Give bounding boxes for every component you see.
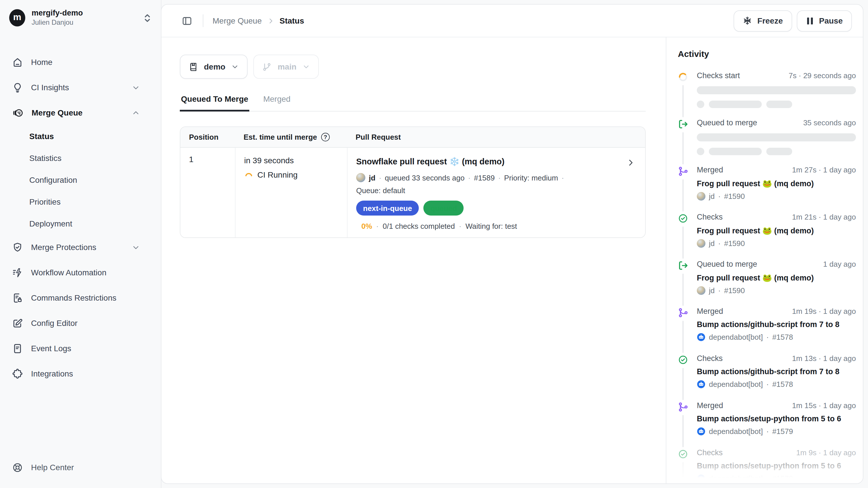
sidebar-item-label: Commands Restrictions bbox=[31, 293, 140, 302]
sidebar-item-merge-protections[interactable]: Merge Protections bbox=[0, 234, 161, 260]
column-position: Position bbox=[180, 127, 235, 147]
pr-number[interactable]: #1578 bbox=[772, 380, 793, 389]
checks-progress: 0% bbox=[361, 222, 372, 230]
zap-list-icon bbox=[12, 267, 23, 278]
org-switcher[interactable]: m mergify-demo Julien Danjou bbox=[0, 0, 161, 36]
activity-item-checks-start[interactable]: Checks start 7s · 29 seconds ago bbox=[678, 71, 856, 118]
freeze-button[interactable]: Freeze bbox=[734, 10, 792, 31]
activity-pr-title[interactable]: Bump actions/setup-python from 5 to 6 bbox=[697, 462, 856, 470]
sidebar-item-commands-restrictions[interactable]: Commands Restrictions bbox=[0, 285, 161, 310]
activity-event-type: Checks bbox=[697, 354, 723, 363]
panel-left-icon bbox=[182, 15, 192, 26]
sidebar-item-workflow-automation[interactable]: Workflow Automation bbox=[0, 260, 161, 285]
cell-eta: in 39 seconds CI Running bbox=[235, 148, 347, 237]
row-expand-chevron-icon[interactable] bbox=[625, 157, 637, 168]
sidebar-item-event-logs[interactable]: Event Logs bbox=[0, 336, 161, 361]
pr-labels: next-in-queue queued bbox=[356, 201, 637, 216]
activity-time: 1m 19s · 1 day ago bbox=[792, 307, 856, 316]
activity-pr-title[interactable]: Bump actions/setup-python from 5 to 6 bbox=[697, 414, 856, 423]
pr-number[interactable]: #1590 bbox=[724, 286, 745, 295]
lightbulb-icon bbox=[12, 82, 23, 93]
chevron-down-icon bbox=[231, 63, 239, 71]
breadcrumb: Merge Queue Status bbox=[213, 16, 304, 25]
activity-event-type: Merged bbox=[697, 166, 723, 174]
activity-pr-title[interactable]: Frog pull request 🐸 (mq demo) bbox=[697, 179, 856, 188]
sidebar-item-ci-insights[interactable]: CI Insights bbox=[0, 75, 161, 100]
pr-number[interactable]: #1589 bbox=[474, 173, 495, 182]
pr-number[interactable]: #1579 bbox=[772, 474, 793, 483]
activity-item-merged[interactable]: Merged 1m 19s · 1 day ago Bump actions/g… bbox=[678, 307, 856, 354]
help-center-link[interactable]: Help Center bbox=[0, 455, 161, 480]
queue-enter-icon bbox=[678, 119, 688, 129]
column-eta: Est. time until merge ? bbox=[235, 127, 347, 147]
spinner-arc-icon bbox=[244, 170, 253, 179]
sidebar-item-integrations[interactable]: Integrations bbox=[0, 361, 161, 386]
sidebar-item-home[interactable]: Home bbox=[0, 50, 161, 75]
tab-merged[interactable]: Merged bbox=[262, 94, 291, 112]
pr-author: dependabot[bot] bbox=[709, 380, 763, 389]
activity-item-checks[interactable]: Checks 1m 13s · 1 day ago Bump actions/g… bbox=[678, 354, 856, 401]
pr-author[interactable]: jd bbox=[369, 173, 375, 182]
edit-square-icon bbox=[12, 318, 23, 328]
pr-number[interactable]: #1578 bbox=[772, 333, 793, 341]
skeleton-avatar bbox=[697, 148, 704, 155]
sidebar-subitem-deployment[interactable]: Deployment bbox=[0, 213, 161, 234]
chevrons-up-down-icon bbox=[143, 13, 152, 23]
sidebar-item-label: Integrations bbox=[31, 369, 140, 378]
sidebar-subitem-configuration[interactable]: Configuration bbox=[0, 169, 161, 191]
activity-item-checks[interactable]: Checks 1m 9s · 1 day ago Bump actions/se… bbox=[678, 448, 856, 484]
activity-pr-title[interactable]: Bump actions/github-script from 7 to 8 bbox=[697, 320, 856, 329]
sidebar-subitem-priorities[interactable]: Priorities bbox=[0, 191, 161, 213]
chevron-down-icon bbox=[131, 83, 140, 92]
cell-position: 1 bbox=[180, 148, 235, 237]
table-row[interactable]: 1 in 39 seconds CI Running bbox=[180, 148, 645, 237]
activity-time: 1m 15s · 1 day ago bbox=[792, 401, 856, 410]
activity-item-merged[interactable]: Merged 1m 15s · 1 day ago Bump actions/s… bbox=[678, 401, 856, 448]
pause-button[interactable]: Pause bbox=[797, 10, 852, 31]
tab-queued-to-merge[interactable]: Queued To Merge bbox=[180, 94, 249, 112]
life-buoy-icon bbox=[12, 462, 23, 473]
sidebar-subitem-statistics[interactable]: Statistics bbox=[0, 147, 161, 169]
sidebar-item-config-editor[interactable]: Config Editor bbox=[0, 310, 161, 336]
main-card: Merge Queue Status Freeze Pause bbox=[161, 4, 863, 484]
help-center-label: Help Center bbox=[31, 463, 74, 472]
activity-time: 1 day ago bbox=[823, 260, 856, 268]
branch-select[interactable]: main bbox=[254, 55, 319, 79]
pr-title[interactable]: Snowflake pull request ❄️ (mq demo) bbox=[356, 157, 504, 167]
ci-status: CI Running bbox=[244, 170, 338, 179]
sidebar-toggle-button[interactable] bbox=[180, 14, 194, 27]
skeleton-bar bbox=[766, 148, 792, 155]
activity-event-type: Queued to merge bbox=[697, 118, 757, 127]
sidebar-subitem-status[interactable]: Status bbox=[0, 125, 161, 147]
separator: · bbox=[561, 173, 564, 182]
activity-event-type: Checks start bbox=[697, 71, 740, 80]
home-icon bbox=[12, 57, 23, 67]
activity-pr-title[interactable]: Frog pull request 🐸 (mq demo) bbox=[697, 273, 856, 282]
repository-select[interactable]: demo bbox=[180, 55, 248, 79]
pr-number[interactable]: #1590 bbox=[724, 239, 745, 248]
label-queued[interactable]: queued bbox=[423, 201, 464, 216]
queue-toolbar: demo main bbox=[180, 55, 646, 79]
help-circle-icon[interactable]: ? bbox=[321, 133, 330, 141]
activity-item-checks[interactable]: Checks 1m 21s · 1 day ago Frog pull requ… bbox=[678, 213, 856, 260]
breadcrumb-parent[interactable]: Merge Queue bbox=[213, 16, 262, 25]
sidebar-item-merge-queue[interactable]: Merge Queue bbox=[0, 100, 161, 125]
activity-item-merged[interactable]: Merged 1m 27s · 1 day ago Frog pull requ… bbox=[678, 166, 856, 213]
check-circle-icon bbox=[678, 355, 688, 365]
eta-value: in 39 seconds bbox=[244, 156, 338, 165]
separator: · bbox=[468, 173, 470, 182]
skeleton-bar bbox=[709, 101, 762, 108]
page-header: Merge Queue Status Freeze Pause bbox=[161, 5, 863, 37]
sidebar-nav: Home CI Insights Merge Queue bbox=[0, 36, 161, 386]
pr-author: jd bbox=[709, 192, 715, 201]
pr-number[interactable]: #1590 bbox=[724, 192, 745, 201]
activity-pr-title[interactable]: Frog pull request 🐸 (mq demo) bbox=[697, 226, 856, 235]
sidebar-item-label: Event Logs bbox=[31, 344, 140, 353]
activity-item-queued[interactable]: Queued to merge 1 day ago Frog pull requ… bbox=[678, 260, 856, 307]
pr-priority: Priority: medium bbox=[504, 173, 558, 182]
activity-pr-title[interactable]: Bump actions/github-script from 7 to 8 bbox=[697, 367, 856, 376]
pr-number[interactable]: #1579 bbox=[772, 427, 793, 436]
activity-item-queued[interactable]: Queued to merge 35 seconds ago bbox=[678, 118, 856, 166]
org-switcher-labels: mergify-demo Julien Danjou bbox=[32, 9, 83, 27]
label-next-in-queue[interactable]: next-in-queue bbox=[356, 201, 419, 216]
